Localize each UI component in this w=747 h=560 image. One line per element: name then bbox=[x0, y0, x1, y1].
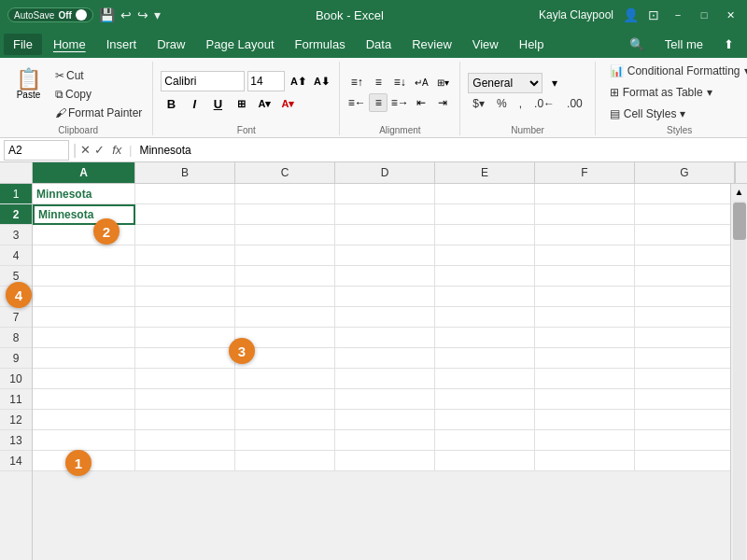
account-icon[interactable]: 👤 bbox=[623, 7, 639, 22]
menu-insert[interactable]: Insert bbox=[97, 34, 147, 55]
row-header-12[interactable]: 12 bbox=[0, 410, 32, 430]
menu-page-layout[interactable]: Page Layout bbox=[197, 34, 284, 55]
cell-f9[interactable] bbox=[535, 348, 635, 369]
number-format-select[interactable]: General bbox=[468, 73, 543, 93]
cell-a12[interactable] bbox=[33, 410, 135, 430]
align-left-button[interactable]: ≡← bbox=[347, 93, 366, 112]
border-button[interactable]: ⊞ bbox=[231, 93, 251, 114]
increase-decimal-button[interactable]: .00 bbox=[562, 95, 587, 112]
cell-g4[interactable] bbox=[635, 245, 730, 266]
menu-data[interactable]: Data bbox=[357, 34, 401, 55]
cell-a2[interactable]: Minnesota bbox=[33, 204, 135, 225]
cell-f13[interactable] bbox=[535, 430, 635, 451]
cell-c14[interactable] bbox=[235, 451, 335, 471]
cell-f1[interactable] bbox=[535, 184, 635, 204]
cell-g6[interactable] bbox=[635, 287, 730, 307]
cell-g1[interactable] bbox=[635, 184, 730, 204]
cell-f12[interactable] bbox=[535, 410, 635, 430]
cell-a3[interactable] bbox=[33, 225, 135, 245]
col-header-e[interactable]: E bbox=[435, 162, 535, 183]
cell-a5[interactable] bbox=[33, 266, 135, 287]
row-header-1[interactable]: 1 bbox=[0, 184, 32, 204]
cell-e5[interactable] bbox=[435, 266, 535, 287]
row-header-4[interactable]: 4 bbox=[0, 245, 32, 266]
menu-view[interactable]: View bbox=[463, 34, 508, 55]
cell-f4[interactable] bbox=[535, 245, 635, 266]
format-as-table-button[interactable]: ⊞ Format as Table ▾ bbox=[603, 83, 747, 102]
cell-g7[interactable] bbox=[635, 307, 730, 328]
cell-b7[interactable] bbox=[135, 307, 235, 328]
cell-d10[interactable] bbox=[335, 369, 435, 389]
percent-button[interactable]: % bbox=[492, 95, 512, 112]
cell-d1[interactable] bbox=[335, 184, 435, 204]
cell-d12[interactable] bbox=[335, 410, 435, 430]
cell-c9[interactable] bbox=[235, 348, 335, 369]
italic-button[interactable]: I bbox=[184, 93, 204, 114]
menu-review[interactable]: Review bbox=[402, 34, 461, 55]
font-color-button[interactable]: A▾ bbox=[277, 93, 298, 114]
cell-a4[interactable] bbox=[33, 245, 135, 266]
cell-b8[interactable] bbox=[135, 328, 235, 348]
cell-f7[interactable] bbox=[535, 307, 635, 328]
merge-button[interactable]: ⊞▾ bbox=[433, 73, 452, 91]
menu-home[interactable]: Home bbox=[44, 34, 95, 55]
align-bottom-button[interactable]: ≡↓ bbox=[390, 73, 409, 91]
cell-d2[interactable] bbox=[335, 204, 435, 225]
cell-e11[interactable] bbox=[435, 389, 535, 410]
col-header-c[interactable]: C bbox=[235, 162, 335, 183]
cell-e13[interactable] bbox=[435, 430, 535, 451]
row-header-8[interactable]: 8 bbox=[0, 328, 32, 348]
cell-f14[interactable] bbox=[535, 451, 635, 471]
increase-indent-button[interactable]: ⇥ bbox=[433, 93, 452, 112]
cell-d8[interactable] bbox=[335, 328, 435, 348]
cell-f2[interactable] bbox=[535, 204, 635, 225]
formula-input[interactable] bbox=[135, 144, 743, 157]
cell-d13[interactable] bbox=[335, 430, 435, 451]
cell-g3[interactable] bbox=[635, 225, 730, 245]
cell-c3[interactable] bbox=[235, 225, 335, 245]
conditional-formatting-button[interactable]: 📊 Conditional Formatting ▾ bbox=[603, 62, 747, 80]
cell-e3[interactable] bbox=[435, 225, 535, 245]
font-name-input[interactable] bbox=[161, 71, 245, 91]
row-header-13[interactable]: 13 bbox=[0, 430, 32, 451]
cell-c2[interactable] bbox=[235, 204, 335, 225]
cell-g8[interactable] bbox=[635, 328, 730, 348]
cell-f5[interactable] bbox=[535, 266, 635, 287]
cell-g9[interactable] bbox=[635, 348, 730, 369]
cell-d9[interactable] bbox=[335, 348, 435, 369]
scroll-track[interactable] bbox=[733, 201, 746, 560]
text-wrap-button[interactable]: ↵A bbox=[412, 73, 430, 91]
cell-a6[interactable] bbox=[33, 287, 135, 307]
cell-c1[interactable] bbox=[235, 184, 335, 204]
cell-b9[interactable] bbox=[135, 348, 235, 369]
col-header-g[interactable]: G bbox=[635, 162, 735, 183]
cell-b13[interactable] bbox=[135, 430, 235, 451]
cancel-formula-button[interactable]: ✕ bbox=[80, 143, 91, 157]
menu-draw[interactable]: Draw bbox=[148, 34, 194, 55]
row-header-14[interactable]: 14 bbox=[0, 451, 32, 471]
cell-e12[interactable] bbox=[435, 410, 535, 430]
col-header-a[interactable]: A bbox=[33, 162, 135, 183]
row-header-6[interactable]: 6 bbox=[0, 287, 32, 307]
cell-e14[interactable] bbox=[435, 451, 535, 471]
cell-e2[interactable] bbox=[435, 204, 535, 225]
cell-g10[interactable] bbox=[635, 369, 730, 389]
cell-c13[interactable] bbox=[235, 430, 335, 451]
cell-f8[interactable] bbox=[535, 328, 635, 348]
maximize-button[interactable]: □ bbox=[695, 6, 713, 24]
cell-b12[interactable] bbox=[135, 410, 235, 430]
menu-help[interactable]: Help bbox=[510, 34, 554, 55]
cell-d4[interactable] bbox=[335, 245, 435, 266]
cell-e4[interactable] bbox=[435, 245, 535, 266]
cell-c6[interactable] bbox=[235, 287, 335, 307]
align-middle-button[interactable]: ≡ bbox=[369, 73, 388, 91]
cell-reference-input[interactable] bbox=[4, 140, 69, 161]
col-header-b[interactable]: B bbox=[135, 162, 235, 183]
number-format-expand[interactable]: ▾ bbox=[545, 74, 564, 92]
cell-g12[interactable] bbox=[635, 410, 730, 430]
cell-a8[interactable] bbox=[33, 328, 135, 348]
align-top-button[interactable]: ≡↑ bbox=[347, 73, 366, 91]
cell-f10[interactable] bbox=[535, 369, 635, 389]
cell-f11[interactable] bbox=[535, 389, 635, 410]
col-header-f[interactable]: F bbox=[535, 162, 635, 183]
